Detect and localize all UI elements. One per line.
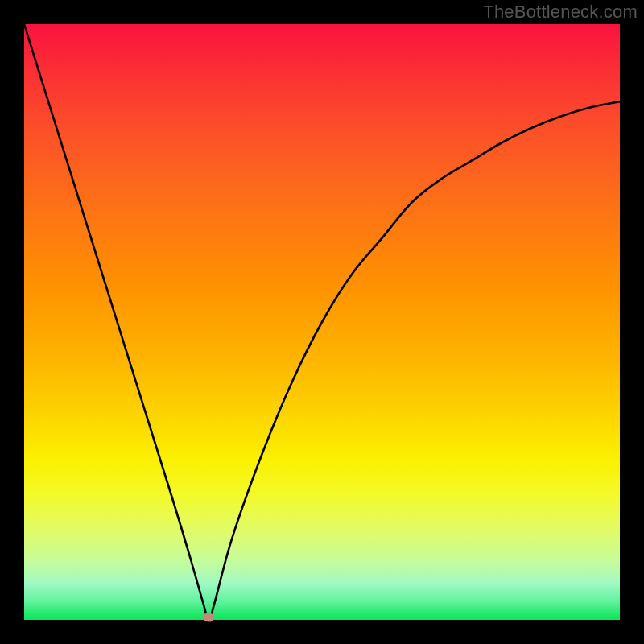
minimum-marker bbox=[203, 613, 215, 622]
bottleneck-curve bbox=[24, 24, 620, 620]
chart-frame: TheBottleneck.com bbox=[0, 0, 644, 644]
plot-area bbox=[24, 24, 620, 620]
watermark-text: TheBottleneck.com bbox=[483, 2, 638, 23]
